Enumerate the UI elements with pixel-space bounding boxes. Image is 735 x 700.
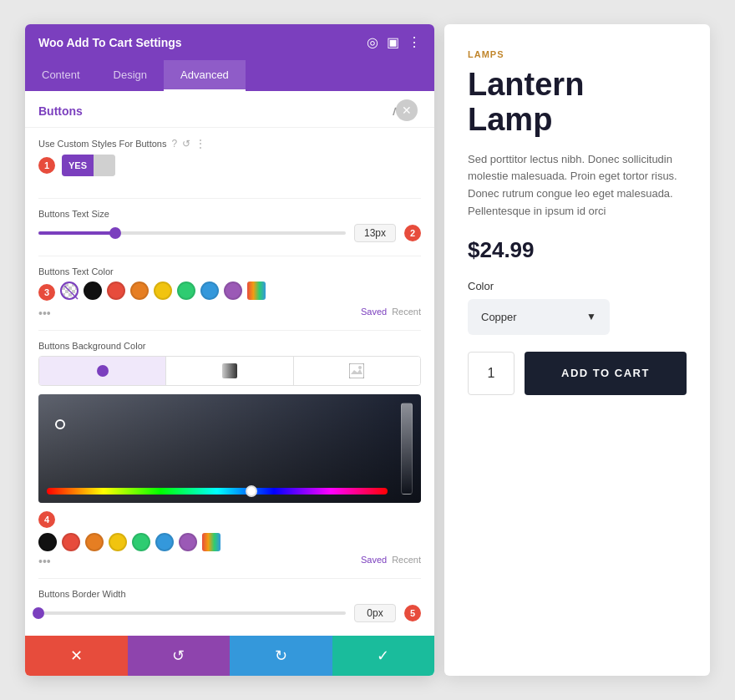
color-green[interactable] [177, 282, 195, 300]
bg-color-label: Buttons Background Color [38, 341, 421, 351]
product-title: LanternLamp [468, 68, 687, 138]
recent-label-1[interactable]: Recent [392, 307, 421, 320]
bottom-bar: ✕ ↺ ↻ ✓ [25, 636, 434, 676]
text-size-slider-track[interactable] [38, 231, 346, 235]
color-pencil-1[interactable] [247, 282, 266, 300]
badge-3: 3 [38, 284, 55, 301]
target-icon[interactable]: ◎ [367, 34, 378, 50]
bg-purple[interactable] [179, 533, 197, 551]
redo-button[interactable]: ↻ [230, 636, 332, 676]
panel-header: Woo Add To Cart Settings ◎ ▣ ⋮ [25, 24, 434, 60]
dots-more-2[interactable]: ••• [38, 555, 51, 568]
svg-rect-2 [222, 363, 237, 378]
text-size-thumb[interactable] [109, 227, 121, 239]
bg-blue[interactable] [155, 533, 174, 551]
close-button[interactable]: ✕ [396, 99, 418, 121]
saved-label-1[interactable]: Saved [361, 307, 387, 320]
dots-more-1[interactable]: ••• [38, 307, 51, 320]
badge-5: 5 [404, 605, 421, 621]
color-black[interactable] [84, 282, 102, 300]
custom-styles-field: Use Custom Styles For Buttons ? ↺ ⋮ 1 YE… [25, 128, 434, 198]
panel-title: Woo Add To Cart Settings [38, 36, 182, 49]
color-label: Color [468, 280, 687, 292]
bg-orange[interactable] [85, 533, 104, 551]
cart-row: 1 ADD TO CART [468, 352, 687, 395]
saved-recent-1: ••• Saved Recent [38, 307, 421, 320]
text-color-field: Buttons Text Color 3 [25, 256, 434, 330]
reset-icon[interactable]: ↺ [182, 138, 190, 150]
tab-advanced[interactable]: Advanced [164, 60, 246, 91]
color-pencil-2[interactable] [202, 533, 220, 551]
bg-black[interactable] [38, 533, 57, 551]
product-price: $24.99 [468, 237, 687, 263]
color-picker-big[interactable] [38, 394, 421, 503]
help-icon[interactable]: ? [171, 138, 177, 150]
toggle-no [94, 155, 115, 176]
saved-recent-2: ••• Saved Recent [38, 555, 421, 568]
border-width-thumb[interactable] [33, 607, 44, 619]
bg-yellow[interactable] [109, 533, 127, 551]
product-description: Sed porttitor lectus nibh. Donec sollici… [468, 151, 687, 221]
cancel-button[interactable]: ✕ [25, 636, 128, 676]
color-select-value: Copper [481, 311, 517, 323]
text-size-field: Buttons Text Size 13px 2 [25, 199, 434, 256]
svg-point-1 [97, 365, 109, 377]
text-size-label: Buttons Text Size [38, 209, 421, 219]
svg-point-4 [358, 366, 362, 369]
settings-panel: Woo Add To Cart Settings ◎ ▣ ⋮ Content D… [25, 24, 434, 676]
section-header: Buttons ∧ ⋮ [25, 91, 434, 128]
tab-content[interactable]: Content [25, 60, 97, 91]
svg-rect-3 [349, 363, 364, 378]
badge-4: 4 [38, 511, 55, 528]
add-to-cart-button[interactable]: ADD TO CART [525, 352, 687, 395]
panel-tabs: Content Design Advanced [25, 60, 434, 91]
badge-1: 1 [38, 157, 55, 174]
border-width-slider-row: 0px 5 [38, 604, 421, 622]
color-select[interactable]: Copper ▼ [468, 299, 610, 335]
border-width-label: Buttons Border Width [38, 589, 421, 599]
bg-color-swatches [38, 533, 421, 551]
toggle-row: 1 YES [38, 155, 421, 176]
border-width-track[interactable] [38, 611, 346, 615]
toggle-yes: YES [62, 155, 94, 176]
text-color-swatches [60, 282, 266, 300]
bg-color-field: Buttons Background Color [25, 331, 434, 578]
image-tab[interactable] [294, 357, 420, 385]
product-category: LAMPS [468, 49, 687, 59]
text-color-label: Buttons Text Color [38, 266, 421, 276]
svg-line-0 [64, 286, 78, 299]
badge-2: 2 [404, 225, 421, 241]
color-purple[interactable] [224, 282, 242, 300]
text-size-value[interactable]: 13px [354, 224, 396, 242]
text-size-slider-row: 13px 2 [38, 224, 421, 242]
solid-tab[interactable] [39, 357, 166, 385]
recent-label-2[interactable]: Recent [392, 555, 421, 568]
quantity-input[interactable]: 1 [468, 352, 514, 395]
border-width-field: Buttons Border Width 0px 5 [25, 579, 434, 636]
border-width-value[interactable]: 0px [354, 604, 396, 622]
field-more-icon[interactable]: ⋮ [195, 138, 205, 150]
custom-styles-label: Use Custom Styles For Buttons ? ↺ ⋮ [38, 138, 421, 150]
more-dots-icon[interactable]: ⋮ [408, 34, 421, 50]
color-blue[interactable] [200, 282, 219, 300]
layout-icon[interactable]: ▣ [387, 34, 399, 50]
section-title: Buttons [38, 104, 83, 118]
color-transparent[interactable] [60, 282, 79, 300]
custom-styles-toggle[interactable]: YES [62, 155, 115, 176]
color-yellow[interactable] [154, 282, 172, 300]
confirm-button[interactable]: ✓ [332, 636, 435, 676]
bg-green[interactable] [132, 533, 150, 551]
header-icons: ◎ ▣ ⋮ [367, 34, 421, 50]
gradient-tab[interactable] [166, 357, 293, 385]
saved-label-2[interactable]: Saved [361, 555, 387, 568]
color-orange[interactable] [130, 282, 149, 300]
product-color-section: Color Copper ▼ [468, 280, 687, 335]
undo-button[interactable]: ↺ [128, 636, 231, 676]
bg-red[interactable] [62, 533, 80, 551]
color-picker-tabs [38, 356, 421, 386]
color-select-arrow-icon: ▼ [586, 311, 596, 322]
tab-design[interactable]: Design [97, 60, 164, 91]
text-size-fill [38, 231, 115, 235]
product-panel: LAMPS LanternLamp Sed porttitor lectus n… [444, 24, 710, 676]
color-red[interactable] [107, 282, 125, 300]
